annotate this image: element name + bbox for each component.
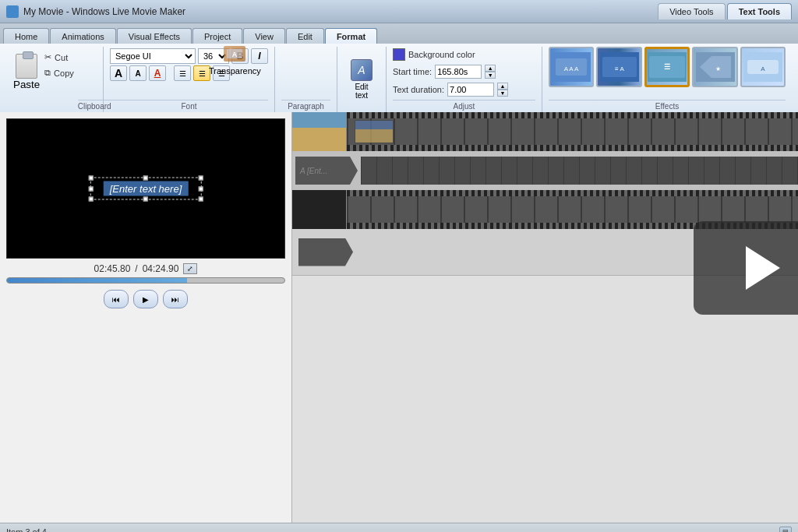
handle-br[interactable] [198,197,203,202]
text-duration-row: Text duration: ▲ ▼ [393,83,508,97]
background-color-row: Background color [393,48,475,61]
effect-thumb-4[interactable]: ★ [692,47,737,87]
svg-text:A A A: A A A [564,65,579,72]
align-left-button[interactable]: ☰ [174,65,191,81]
adjust-group: Background color Start time: ▲ ▼ Text du… [387,47,542,112]
svg-text:★: ★ [715,65,720,72]
paste-button[interactable]: Paste [12,50,41,93]
play-button[interactable]: ▶ [133,290,158,308]
handle-ml[interactable] [89,186,94,191]
edit-text-icon: A [358,64,365,76]
paragraph-group-content [281,47,330,100]
effect-thumb-3[interactable]: ☰ [644,47,690,87]
preview-screen: [Enter text here] [6,118,285,259]
clipboard-group: Paste ✂ Cut ⧉ Copy Clipboard [6,47,104,112]
status-icon[interactable]: ▤ [779,527,792,533]
arrow-text: A [Ent... [300,167,327,175]
effects-thumbnails: A A A ≡ A ☰ [549,47,786,87]
transparency-label: Transparency [209,66,261,76]
time-separator: / [135,263,137,274]
tab-animations[interactable]: Animations [50,28,115,44]
title-bar: My Movie - Windows Live Movie Maker Vide… [0,0,798,23]
font-color-button[interactable]: A [149,65,166,81]
time-display: 02:45.80 / 04:24.90 ⤢ [6,263,285,274]
time-current: 02:45.80 [94,263,131,274]
edit-text-label: Edittext [355,83,368,100]
handle-tl[interactable] [89,176,94,181]
start-time-up[interactable]: ▲ [485,65,496,72]
effect-thumb-2[interactable]: ≡ A [596,47,641,87]
text-duration-input[interactable] [447,83,494,97]
start-time-label: Start time: [393,67,432,76]
effects-label: Effects [549,100,786,112]
transparency-button[interactable]: A Transparency [207,39,263,78]
cut-copy-column: ✂ Cut ⧉ Copy [41,50,78,80]
font-label: Font [110,100,268,112]
ribbon-content: Paste ✂ Cut ⧉ Copy Clipboard Segoe UI 36 [0,44,798,112]
svg-text:≡ A: ≡ A [615,65,624,72]
font-family-select[interactable]: Segoe UI [110,48,196,64]
text-duration-up[interactable]: ▲ [497,83,508,90]
tool-tabs: Video Tools Text Tools [658,3,792,19]
preview-panel: [Enter text here] 02:45.80 / 04:24.90 ⤢ … [0,112,292,523]
effect-thumb-1[interactable]: A A A [549,47,594,87]
text-placeholder[interactable]: [Enter text here] [104,181,189,196]
video-tools-tab[interactable]: Video Tools [658,3,725,19]
status-bar: Item 3 of 4 ▤ [0,523,798,532]
scissors-icon: ✂ [44,52,51,62]
handle-mr[interactable] [198,186,203,191]
progress-bar[interactable] [6,277,285,284]
copy-button[interactable]: ⧉ Copy [41,65,78,80]
svg-text:☰: ☰ [664,63,670,71]
main-area: [Enter text here] 02:45.80 / 04:24.90 ⤢ … [0,112,798,523]
tab-visual-effects[interactable]: Visual Effects [117,28,192,44]
text-track-strip [361,157,798,185]
adjust-label: Adjust [393,100,535,112]
edit-text-button[interactable]: A Edittext [344,55,380,104]
text-track-arrow: A [Ent... [295,157,358,185]
thumb-beach [292,112,347,151]
effects-group: A A A ≡ A ☰ [542,47,792,112]
effect-1-inner: A A A [550,48,592,86]
timeline-panel: A [Ent... [292,112,798,523]
rewind-button[interactable]: ⏮ [104,290,129,308]
effect-thumb-5[interactable]: A [740,47,786,87]
cut-button[interactable]: ✂ Cut [41,50,78,65]
text-duration-down[interactable]: ▼ [497,90,508,97]
transparency-icon: A [222,41,247,66]
font-grow-button[interactable]: A [110,65,127,81]
start-time-input[interactable] [435,65,482,79]
status-item-info: Item 3 of 4 [6,527,47,533]
start-time-spinners: ▲ ▼ [485,65,496,79]
bg-color-swatch [393,48,405,61]
ribbon-tab-bar: Home Animations Visual Effects Project V… [0,23,798,44]
handle-tc[interactable] [143,176,148,181]
paragraph-label: Paragraph [281,100,330,112]
text-tools-tab[interactable]: Text Tools [727,3,792,19]
handle-bc[interactable] [143,197,148,202]
tab-edit[interactable]: Edit [286,28,324,44]
thumb-dark [292,190,347,229]
small-arrow-track [298,238,353,266]
time-total: 04:24.90 [143,263,179,274]
cut-label: Cut [55,53,68,62]
fast-forward-button[interactable]: ⏭ [163,290,188,308]
play-triangle-icon [746,246,780,290]
handle-tr[interactable] [198,176,203,181]
tab-home[interactable]: Home [3,28,49,44]
start-time-down[interactable]: ▼ [485,72,496,79]
effect-3-inner: ☰ [647,49,688,85]
play-overlay[interactable] [694,221,798,315]
effect-5-inner: A [742,48,784,86]
copy-icon: ⧉ [44,68,51,78]
window-title: My Movie - Windows Live Movie Maker [23,6,658,17]
text-duration-spinners: ▲ ▼ [497,83,508,97]
expand-button[interactable]: ⤢ [183,263,197,274]
handle-bl[interactable] [89,197,94,202]
playback-controls: ⏮ ▶ ⏭ [6,290,285,308]
font-shrink-button[interactable]: A [129,65,147,81]
svg-text:A: A [761,65,765,72]
film-strip-1 [347,112,798,151]
progress-fill [7,278,187,283]
tab-format[interactable]: Format [325,28,377,44]
